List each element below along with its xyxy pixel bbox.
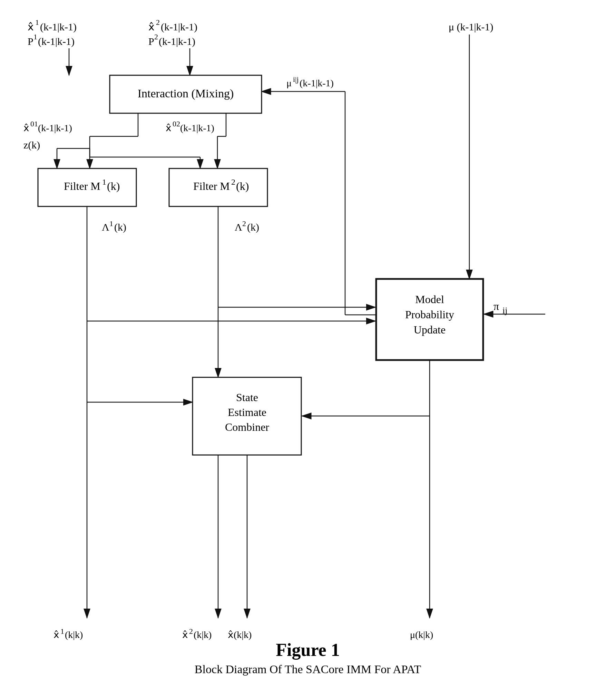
svg-text:State: State bbox=[236, 391, 258, 404]
svg-text:Λ: Λ bbox=[235, 221, 242, 233]
svg-text:Update: Update bbox=[414, 323, 446, 336]
svg-text:(k-1|k-1): (k-1|k-1) bbox=[161, 21, 197, 33]
svg-text:(k): (k) bbox=[236, 180, 249, 192]
svg-text:1: 1 bbox=[102, 177, 106, 186]
svg-text:Estimate: Estimate bbox=[228, 406, 266, 418]
svg-text:(k-1|k-1): (k-1|k-1) bbox=[40, 21, 77, 33]
svg-text:(k-1|k-1): (k-1|k-1) bbox=[180, 123, 214, 133]
svg-text:μ (k-1|k-1): μ (k-1|k-1) bbox=[449, 21, 493, 33]
svg-text:1: 1 bbox=[109, 219, 113, 228]
svg-text:(k-1|k-1): (k-1|k-1) bbox=[38, 123, 72, 133]
svg-text:Figure 1: Figure 1 bbox=[276, 640, 340, 660]
svg-text:(k|k): (k|k) bbox=[65, 629, 83, 640]
svg-text:1: 1 bbox=[60, 627, 64, 636]
svg-text:Probability: Probability bbox=[405, 308, 454, 321]
svg-text:Λ: Λ bbox=[102, 221, 109, 233]
svg-text:Combiner: Combiner bbox=[225, 421, 269, 433]
svg-text:(k-1|k-1): (k-1|k-1) bbox=[38, 36, 75, 47]
svg-text:2: 2 bbox=[154, 32, 158, 41]
svg-text:P: P bbox=[148, 36, 154, 47]
svg-text:z(k): z(k) bbox=[23, 139, 40, 151]
svg-text:2: 2 bbox=[156, 18, 160, 27]
svg-text:(k): (k) bbox=[247, 221, 259, 233]
svg-text:x̂: x̂ bbox=[53, 629, 59, 640]
svg-text:ij: ij bbox=[502, 306, 507, 316]
svg-text:1: 1 bbox=[35, 18, 39, 27]
svg-text:x̂: x̂ bbox=[23, 123, 29, 133]
svg-text:Interaction (Mixing): Interaction (Mixing) bbox=[138, 87, 234, 100]
svg-text:(k-1|k-1): (k-1|k-1) bbox=[300, 78, 334, 88]
svg-text:x̂: x̂ bbox=[166, 123, 172, 133]
svg-text:x̂: x̂ bbox=[148, 21, 155, 32]
svg-text:μ: μ bbox=[286, 78, 292, 88]
svg-text:π: π bbox=[493, 300, 499, 312]
svg-text:Filter M: Filter M bbox=[193, 180, 230, 192]
svg-text:i|j: i|j bbox=[293, 75, 299, 84]
svg-text:x̂(k|k): x̂(k|k) bbox=[228, 629, 252, 640]
svg-text:01: 01 bbox=[30, 119, 38, 128]
svg-text:(k): (k) bbox=[114, 221, 126, 233]
svg-text:P: P bbox=[28, 36, 33, 47]
svg-text:2: 2 bbox=[189, 627, 193, 636]
svg-text:(k|k): (k|k) bbox=[194, 629, 212, 640]
svg-text:(k): (k) bbox=[107, 180, 120, 192]
svg-text:x̂: x̂ bbox=[182, 629, 188, 640]
svg-text:(k-1|k-1): (k-1|k-1) bbox=[159, 36, 195, 47]
svg-text:x̂: x̂ bbox=[28, 21, 34, 32]
svg-text:Filter M: Filter M bbox=[64, 180, 100, 192]
svg-text:Model: Model bbox=[415, 293, 444, 306]
svg-text:02: 02 bbox=[173, 119, 180, 128]
svg-text:2: 2 bbox=[231, 177, 235, 186]
svg-text:μ(k|k): μ(k|k) bbox=[410, 629, 433, 640]
svg-text:1: 1 bbox=[33, 32, 37, 41]
svg-text:Block Diagram Of The SACore IM: Block Diagram Of The SACore IMM For APAT bbox=[195, 663, 421, 676]
svg-text:2: 2 bbox=[242, 219, 246, 228]
